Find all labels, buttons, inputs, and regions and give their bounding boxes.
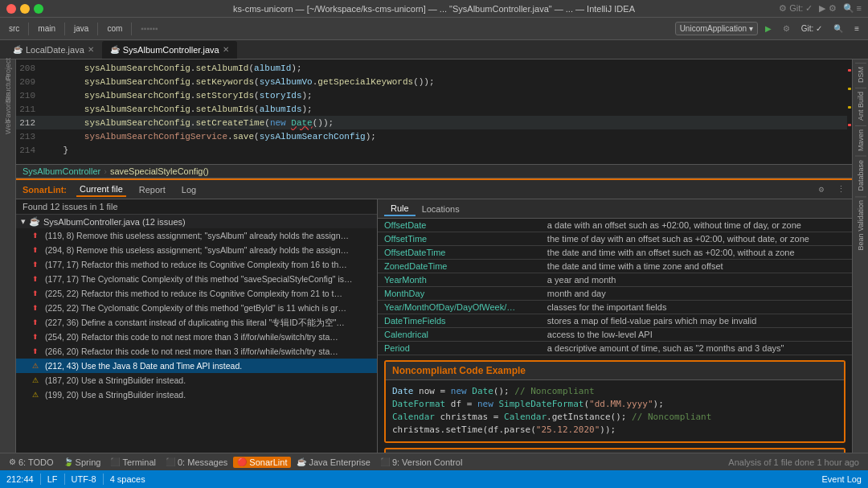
toolbar-action-run[interactable]: ▶ ⚙ <box>819 3 836 14</box>
issue-item-2[interactable]: ⬆ (177, 17) Refactor this method to redu… <box>16 257 377 272</box>
toolbar-com[interactable]: com <box>103 23 126 35</box>
error-icon-0: ⬆ <box>32 229 42 242</box>
bottom-item-java-enterprise[interactable]: ☕ Java Enterprise <box>293 457 374 468</box>
toolbar-git-btn[interactable]: Git: ✓ <box>797 23 826 35</box>
issue-text-6: (227, 36) Define a constant instead of d… <box>45 316 372 329</box>
sonarlint-tab-report[interactable]: Report <box>136 183 169 196</box>
error-icon-7: ⬆ <box>32 330 42 343</box>
issue-item-9[interactable]: ⚠ (212, 43) Use the Java 8 Date and Time… <box>16 359 377 373</box>
rule-key: ZonedDateTime <box>378 260 541 273</box>
rule-detail-panel: Rule Locations OffsetDatea date with an … <box>378 199 852 453</box>
code-line-209: 209 sysAlbumSearchConfig.setKeywords(sys… <box>16 75 852 88</box>
issue-item-11[interactable]: ⚠ (199, 20) Use a StringBuilder instead. <box>16 388 377 402</box>
issue-text-8: (266, 20) Refactor this code to not nest… <box>45 345 372 358</box>
code-line-214: 214 } <box>16 143 852 157</box>
terminal-label: Terminal <box>122 457 156 467</box>
issue-item-1[interactable]: ⬆ (294, 8) Remove this useless assignmen… <box>16 243 377 257</box>
error-icon-4: ⬆ <box>32 287 42 300</box>
right-sidebar-maven[interactable]: Maven <box>855 125 866 154</box>
toolbar-action-search[interactable]: 🔍 ≡ <box>843 3 862 14</box>
web-icon[interactable]: Web <box>2 121 14 133</box>
right-sidebar-dsm[interactable]: DSM <box>855 63 866 86</box>
bottom-item-analysis: Analysis of 1 file done 1 hour ago <box>724 457 863 468</box>
toolbar-src[interactable]: src <box>5 23 23 35</box>
minimize-button[interactable] <box>20 4 30 14</box>
code-editor[interactable]: 208 sysAlbumSearchConfig.setAlbumId(albu… <box>16 59 852 164</box>
right-sidebar-database[interactable]: Database <box>855 156 866 195</box>
breadcrumb-sep: › <box>104 166 107 176</box>
breadcrumb-method[interactable]: saveSpecialStyleConfig() <box>110 166 209 176</box>
breadcrumb-class[interactable]: SysAlbumController <box>23 166 100 176</box>
code-lines: 208 sysAlbumSearchConfig.setAlbumId(albu… <box>16 59 852 158</box>
rule-value: a date with an offset such as +02:00, wi… <box>541 219 852 232</box>
rule-key: Calendrical <box>378 328 541 342</box>
sonarlint-tab-log[interactable]: Log <box>178 183 199 196</box>
toolbar-menu-btn[interactable]: ≡ <box>850 23 863 35</box>
issue-text-11: (199, 20) Use a StringBuilder instead. <box>45 388 372 401</box>
issue-item-0[interactable]: ⬆ (119, 8) Remove this useless assignmen… <box>16 228 377 243</box>
right-sidebar-ant[interactable]: Ant Build <box>855 88 866 124</box>
sonarlint-settings[interactable]: ⚙ <box>818 184 824 195</box>
issue-text-10: (187, 20) Use a StringBuilder instead. <box>45 374 372 387</box>
error-icon-1: ⬆ <box>32 244 42 256</box>
toolbar-action[interactable]: ⚙ Git: ✓ <box>779 3 813 14</box>
file-tabs: ☕ LocalDate.java ✕ ☕ SysAlbumController.… <box>0 40 868 59</box>
rule-tab-rule[interactable]: Rule <box>384 202 416 216</box>
sonarlint-bottom-icon: 🔴 <box>237 457 247 466</box>
bottom-toolbar: ⚙ 6: TODO 🍃 Spring ⬛ Terminal ⬛ 0: Messa… <box>0 453 868 470</box>
issue-item-6[interactable]: ⬆ (227, 36) Define a constant instead of… <box>16 315 377 330</box>
issue-item-4[interactable]: ⬆ (225, 22) Refactor this method to redu… <box>16 286 377 301</box>
error-mark-2 <box>848 124 851 126</box>
right-sidebar-bean[interactable]: Bean Validation <box>855 196 866 253</box>
error-mark <box>848 69 851 72</box>
rule-tab-locations[interactable]: Locations <box>416 203 466 215</box>
todo-icon: ⚙ <box>9 457 16 466</box>
close-button[interactable] <box>6 4 16 14</box>
bottom-item-sonarlint[interactable]: 🔴 SonarLint <box>233 457 291 468</box>
title-bar: ks-cms-unicorn — [~/Workspace/ks-cms-uni… <box>0 0 868 18</box>
issue-item-10[interactable]: ⚠ (187, 20) Use a StringBuilder instead. <box>16 373 377 388</box>
favorites-icon[interactable]: Favorites <box>2 101 14 114</box>
toolbar-main[interactable]: main <box>34 23 59 35</box>
rule-table-row: MonthDaymonth and day <box>378 287 852 301</box>
toolbar-java[interactable]: java <box>70 23 92 35</box>
toolbar-separator-3 <box>97 23 98 35</box>
issue-item-3[interactable]: ⬆ (177, 17) The Cyclomatic Complexity of… <box>16 272 377 286</box>
toolbar-breadcrumb-extra[interactable]: ▪▪▪▪▪▪ <box>137 23 162 35</box>
rule-value: stores a map of field-value pairs which … <box>541 314 852 328</box>
close-tab-2[interactable]: ✕ <box>223 45 229 54</box>
bottom-item-spring[interactable]: 🍃 Spring <box>59 457 105 468</box>
issue-item-5[interactable]: ⬆ (225, 22) The Cyclomatic Complexity of… <box>16 301 377 315</box>
maximize-button[interactable] <box>34 4 43 14</box>
issue-text-3: (177, 17) The Cyclomatic Complexity of t… <box>45 273 372 285</box>
issue-item-8[interactable]: ⬆ (266, 20) Refactor this code to not ne… <box>16 344 377 359</box>
close-tab-1[interactable]: ✕ <box>88 45 94 54</box>
status-event-log[interactable]: Event Log <box>821 474 862 484</box>
bottom-item-version-control[interactable]: ⬛ 9: Version Control <box>376 457 466 468</box>
warning-mark <box>848 88 851 90</box>
tab-sysalbumcontroller[interactable]: ☕ SysAlbumController.java ✕ <box>102 41 237 59</box>
toolbar-search-btn[interactable]: 🔍 <box>829 23 847 35</box>
toolbar-run-btn[interactable]: ▶ <box>761 23 776 35</box>
bottom-item-todo[interactable]: ⚙ 6: TODO <box>5 457 58 468</box>
error-icon-6: ⬆ <box>32 316 42 329</box>
java-enterprise-icon: ☕ <box>297 457 306 466</box>
issue-item-7[interactable]: ⬆ (254, 20) Refactor this code to not ne… <box>16 330 377 344</box>
sonarlint-tab-current-file[interactable]: Current file <box>76 182 126 197</box>
sonarlint-menu[interactable]: ⋮ <box>837 184 845 195</box>
toolbar-debug-btn[interactable]: ⚙ <box>779 23 794 35</box>
compliant-section: Compliant Solution LocalDate now = Local… <box>384 448 845 453</box>
toolbar-separator-4 <box>131 23 132 35</box>
issue-text-2: (177, 17) Refactor this method to reduce… <box>45 258 372 271</box>
rule-table-row: OffsetDatea date with an offset such as … <box>378 219 852 232</box>
bottom-item-terminal[interactable]: ⬛ Terminal <box>106 457 160 468</box>
status-separator-2 <box>64 474 65 485</box>
rule-value: month and day <box>541 287 852 301</box>
rule-key: OffsetDateTime <box>378 246 541 260</box>
rule-table-row: YearMontha year and month <box>378 273 852 287</box>
issues-count: Found 12 issues in 1 file <box>16 199 377 215</box>
bottom-item-messages[interactable]: ⬛ 0: Messages <box>162 457 231 468</box>
status-indent: 4 spaces <box>110 474 145 484</box>
toolbar-app-selector[interactable]: UnicornApplication ▾ <box>675 22 758 35</box>
tab-localdate[interactable]: ☕ LocalDate.java ✕ <box>5 41 102 59</box>
